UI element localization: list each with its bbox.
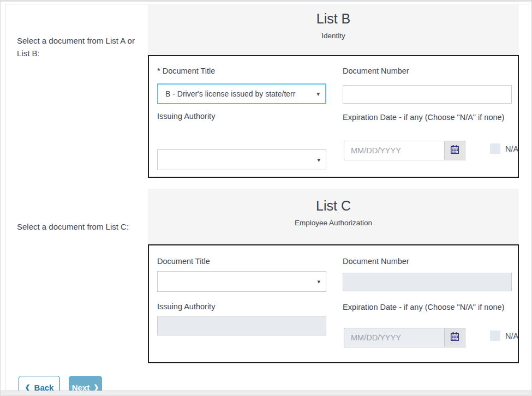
list-c-expiration-group xyxy=(344,328,465,347)
list-b-issuing-authority-label: Issuing Authority xyxy=(157,112,215,121)
list-b-expiration-label: Expiration Date - if any (Choose "N/A" i… xyxy=(343,112,511,123)
calendar-icon xyxy=(450,145,460,157)
list-b-document-title-value: B - Driver's license issued by state/ter… xyxy=(165,89,295,98)
list-c-document-number-label: Document Number xyxy=(343,257,409,266)
chevron-left-icon: ❮ xyxy=(25,383,31,391)
list-b-na-checkbox[interactable] xyxy=(490,143,500,154)
prompt-list-c: Select a document from List C: xyxy=(17,220,144,233)
page-canvas: Select a document from List A or List B:… xyxy=(0,0,532,396)
chevron-right-icon: ❯ xyxy=(93,383,99,391)
list-c-form-box: Document Title ▾ Document Number Issuing… xyxy=(148,244,519,363)
list-b-expiration-date-input[interactable] xyxy=(344,141,445,160)
list-b-document-title-label: * Document Title xyxy=(157,67,215,75)
list-b-title: List B xyxy=(148,4,519,27)
list-c-expiration-label: Expiration Date - if any (Choose "N/A" i… xyxy=(343,302,511,313)
list-c-issuing-authority-input xyxy=(157,316,326,335)
list-c-calendar-button xyxy=(445,328,465,347)
prompt-list-ab: Select a document from List A or List B: xyxy=(17,34,144,60)
chevron-down-icon: ▾ xyxy=(317,272,320,291)
list-b-expiration-group xyxy=(344,141,465,160)
list-b-header: List B Identity xyxy=(148,4,519,55)
list-c-document-title-select[interactable]: ▾ xyxy=(157,271,326,292)
bottom-scrollbar-track[interactable] xyxy=(1,391,531,395)
list-c-expiration-date-input xyxy=(344,328,445,347)
list-b-subtitle: Identity xyxy=(148,32,519,40)
top-divider xyxy=(1,1,531,2)
list-c-title: List C xyxy=(148,189,519,214)
calendar-icon xyxy=(450,332,460,344)
list-c-header: List C Employee Authorization xyxy=(148,189,519,244)
list-c-issuing-authority-label: Issuing Authority xyxy=(157,302,215,311)
list-c-document-number-input xyxy=(343,273,512,291)
list-b-issuing-authority-select[interactable]: ▾ xyxy=(157,149,326,170)
list-b-na-wrap: N/A xyxy=(490,143,518,154)
chevron-down-icon: ▾ xyxy=(317,150,320,170)
list-b-na-label: N/A xyxy=(505,145,518,153)
list-b-form-box: * Document Title B - Driver's license is… xyxy=(148,55,519,178)
list-b-calendar-button[interactable] xyxy=(445,141,465,160)
list-c-document-title-label: Document Title xyxy=(157,257,210,266)
list-c-na-checkbox[interactable] xyxy=(490,331,500,341)
list-c-na-label: N/A xyxy=(505,332,518,340)
list-c-na-wrap: N/A xyxy=(490,331,518,341)
list-c-subtitle: Employee Authorization xyxy=(148,219,519,227)
list-b-document-title-select[interactable]: B - Driver's license issued by state/ter… xyxy=(157,83,326,104)
list-b-document-number-input[interactable] xyxy=(343,85,512,104)
list-b-document-number-label: Document Number xyxy=(343,67,409,75)
chevron-down-icon: ▾ xyxy=(316,85,320,103)
